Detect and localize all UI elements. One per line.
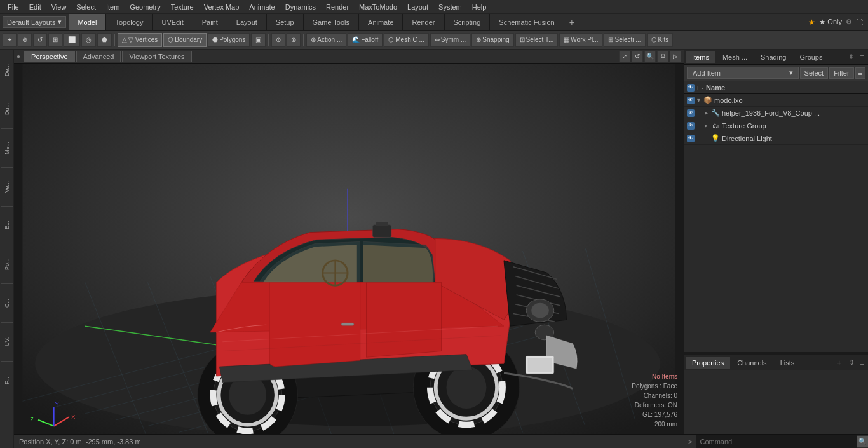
viewport-tab-advanced[interactable]: Advanced (76, 51, 121, 62)
view2-btn[interactable]: ⊗ (287, 33, 301, 47)
eye-icon-texture[interactable]: 👁 (687, 122, 695, 130)
tab-schematic[interactable]: Schematic Fusion (490, 14, 564, 30)
panel-tab-items[interactable]: Items (686, 51, 715, 63)
eye-icon-root[interactable]: 👁 (687, 97, 695, 104)
command-input[interactable] (696, 435, 857, 448)
poly-tool-btn[interactable]: ⬟ (97, 33, 112, 47)
action-btn[interactable]: ⊛ Action ... (306, 33, 346, 47)
symm-btn[interactable]: ⇔ Symm ... (430, 33, 470, 47)
tab-setup[interactable]: Setup (267, 14, 304, 30)
tab-topology[interactable]: Topology (106, 14, 153, 30)
prop-tab-lists[interactable]: Lists (774, 357, 801, 369)
sidebar-item-du[interactable]: Du... (1, 90, 13, 128)
box-tool-btn[interactable]: ⬜ (64, 33, 80, 47)
rotate-tool-btn[interactable]: ↺ (33, 33, 47, 47)
tree-item-texture[interactable]: 👁 ▸ 🗂 Texture Group (684, 119, 868, 132)
add-tool-btn[interactable]: ⊕ (18, 33, 32, 47)
eye-icon-helper[interactable]: 👁 (687, 109, 695, 117)
viewport-tab-textures[interactable]: Viewport Textures (122, 51, 191, 62)
menu-item[interactable]: Item (101, 2, 125, 12)
sidebar-item-e[interactable]: E... (1, 206, 13, 244)
menu-texture[interactable]: Texture (166, 2, 199, 12)
layout-dropdown[interactable]: Default Layouts ▾ (3, 16, 66, 28)
vp-refresh-icon[interactable]: ↺ (632, 51, 643, 62)
tab-game-tools[interactable]: Game Tools (304, 14, 360, 30)
items-minus-icon[interactable]: - (701, 84, 703, 92)
tab-paint[interactable]: Paint (193, 14, 227, 30)
panel-settings-icon[interactable]: ≡ (858, 53, 867, 61)
sidebar-item-de[interactable]: De... (1, 51, 13, 89)
menu-animate[interactable]: Animate (244, 2, 280, 12)
sidebar-item-f[interactable]: F... (1, 361, 13, 399)
vp-expand-icon[interactable]: ▷ (670, 51, 681, 62)
menu-view[interactable]: View (46, 2, 72, 12)
menu-edit[interactable]: Edit (24, 2, 46, 12)
tree-item-helper[interactable]: 👁 ▸ 🔧 helper_1936_Ford_V8_Coup ... (684, 107, 868, 119)
eye-icon-light[interactable]: 👁 (687, 135, 695, 142)
workplane-btn[interactable]: ▦ Work Pl... (559, 33, 602, 47)
tab-model[interactable]: Model (69, 14, 106, 30)
select-tool-btn[interactable]: ✦ (3, 33, 17, 47)
items-select-button[interactable]: Select (800, 67, 829, 79)
sidebar-item-uv[interactable]: UV. (1, 322, 13, 360)
menu-system[interactable]: System (433, 2, 467, 12)
tree-arrow-texture[interactable]: ▸ (705, 122, 711, 129)
view-btn[interactable]: ⊙ (271, 33, 285, 47)
menu-help[interactable]: Help (467, 2, 492, 12)
grid-tool-btn[interactable]: ⊞ (48, 33, 62, 47)
mesh-btn[interactable]: ⬡ Mesh C ... (384, 33, 429, 47)
items-add-icon[interactable]: + (696, 84, 700, 92)
viewport-tab-perspective[interactable]: Perspective (24, 51, 74, 62)
menu-maxtomodo[interactable]: MaxToModo (354, 2, 402, 12)
selection-mode-btn[interactable]: ▣ (251, 33, 266, 47)
tree-item-root[interactable]: 👁 ▾ 📦 modo.lxo (684, 94, 868, 107)
menu-select[interactable]: Select (71, 2, 101, 12)
vp-maximize-icon[interactable]: ⤢ (619, 51, 630, 62)
tab-render[interactable]: Render (403, 14, 444, 30)
add-item-button[interactable]: Add Item ▾ (687, 67, 799, 79)
items-filter-button[interactable]: Filter (829, 67, 853, 79)
tab-scripting[interactable]: Scripting (445, 14, 491, 30)
layout-expand-icon[interactable]: ⛶ (856, 18, 863, 26)
menu-render[interactable]: Render (321, 2, 354, 12)
sidebar-item-c[interactable]: C... (1, 283, 13, 322)
panel-expand-icon[interactable]: ⇕ (846, 53, 857, 61)
prop-add-button[interactable]: + (832, 358, 845, 368)
items-more-button[interactable]: ≡ (855, 67, 865, 79)
command-search-button[interactable]: 🔍 (857, 436, 868, 447)
menu-file[interactable]: File (3, 2, 24, 12)
panel-tab-shading[interactable]: Shading (754, 51, 792, 63)
snap-btn[interactable]: ⊕ Snapping (471, 33, 513, 47)
menu-dynamics[interactable]: Dynamics (280, 2, 321, 12)
sidebar-item-me[interactable]: Me... (1, 128, 13, 166)
vp-search-icon[interactable]: 🔍 (644, 51, 656, 62)
menu-geometry[interactable]: Geometry (125, 2, 165, 12)
prop-settings-icon[interactable]: ≡ (858, 359, 867, 367)
falloff-btn[interactable]: 🌊 Falloff (348, 33, 383, 47)
tree-item-light[interactable]: 👁 💡 Directional Light (684, 132, 868, 145)
polygons-btn[interactable]: ⬣ Polygons (208, 33, 250, 47)
vertices-btn[interactable]: △ ▽ Vertices (118, 33, 162, 47)
panel-tab-groups[interactable]: Groups (793, 51, 829, 63)
tree-arrow-helper[interactable]: ▸ (705, 109, 711, 116)
sidebar-item-po[interactable]: Po... (1, 245, 13, 283)
kits-btn[interactable]: ⬡ Kits (647, 33, 674, 47)
prop-tab-properties[interactable]: Properties (686, 357, 730, 369)
viewport-canvas[interactable]: X Z Y No Items Polygons : Face Channels:… (14, 64, 684, 448)
vp-settings-icon[interactable]: ⚙ (657, 51, 668, 62)
tab-uvedit[interactable]: UVEdit (153, 14, 193, 30)
tree-arrow-root[interactable]: ▾ (697, 97, 703, 104)
layout-settings-icon[interactable]: ⚙ (846, 18, 852, 26)
select-type-btn[interactable]: ⊡ Select T... (515, 33, 559, 47)
vis-toggle-icon[interactable]: 👁 (687, 84, 695, 92)
layout-add-button[interactable]: + (564, 15, 580, 30)
tab-animate[interactable]: Animate (359, 14, 403, 30)
panel-tab-mesh[interactable]: Mesh ... (716, 51, 754, 63)
selection2-btn[interactable]: ⊞ Selecti ... (604, 33, 645, 47)
tab-layout[interactable]: Layout (227, 14, 267, 30)
items-list[interactable]: 👁 ▾ 📦 modo.lxo 👁 ▸ 🔧 helper_1936_Ford_V8… (684, 94, 868, 352)
sidebar-item-ve[interactable]: Ve... (1, 167, 13, 205)
prop-tab-channels[interactable]: Channels (731, 357, 773, 369)
prop-expand-icon[interactable]: ⇕ (846, 358, 857, 367)
circle-tool-btn[interactable]: ◎ (81, 33, 96, 47)
